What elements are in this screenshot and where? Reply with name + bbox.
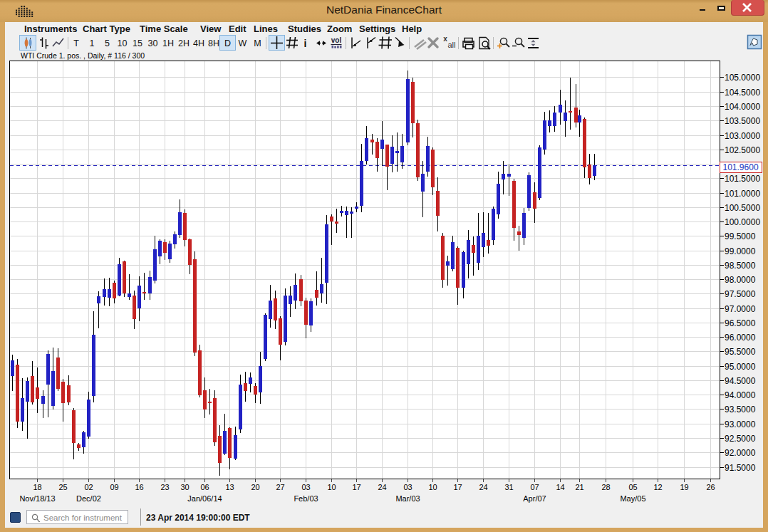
svg-text:Nov/18/13: Nov/18/13 — [19, 494, 55, 503]
svg-text:W: W — [239, 38, 247, 48]
svg-text:104.5000: 104.5000 — [725, 88, 760, 98]
svg-text:30: 30 — [180, 483, 189, 491]
svg-text:105.0000: 105.0000 — [725, 73, 760, 83]
svg-text:M: M — [254, 38, 261, 48]
svg-text:14: 14 — [556, 483, 564, 491]
svg-text:28: 28 — [601, 483, 610, 491]
svg-text:27: 27 — [276, 483, 284, 491]
svg-text:all: all — [447, 41, 455, 49]
svg-text:103.0000: 103.0000 — [725, 131, 760, 141]
svg-text:23: 23 — [160, 483, 169, 491]
svg-text:10: 10 — [428, 483, 437, 491]
svg-text:30: 30 — [148, 38, 158, 48]
svg-text:93.0000: 93.0000 — [725, 419, 756, 429]
svg-text:101.5000: 101.5000 — [725, 174, 760, 184]
svg-text:T: T — [73, 38, 79, 48]
svg-text:101.0000: 101.0000 — [725, 189, 760, 199]
svg-text:1H: 1H — [162, 38, 174, 48]
svg-text:96.0000: 96.0000 — [725, 333, 756, 343]
svg-text:94.5000: 94.5000 — [725, 376, 756, 386]
svg-text:16: 16 — [135, 483, 143, 491]
svg-text:03: 03 — [403, 483, 412, 491]
svg-text:24: 24 — [378, 483, 386, 491]
svg-text:D: D — [224, 38, 231, 48]
svg-text:102.5000: 102.5000 — [725, 145, 760, 155]
svg-text:97.0000: 97.0000 — [725, 304, 756, 314]
svg-text:101.9600: 101.9600 — [723, 162, 759, 172]
svg-text:91.5000: 91.5000 — [725, 463, 756, 473]
svg-text:8H: 8H — [208, 38, 219, 48]
svg-text:03: 03 — [301, 483, 310, 491]
svg-text:May/05: May/05 — [620, 494, 645, 503]
svg-text:31: 31 — [504, 483, 513, 491]
svg-text:Mar/03: Mar/03 — [395, 494, 420, 503]
svg-text:96.5000: 96.5000 — [725, 318, 756, 328]
svg-text:5: 5 — [105, 38, 110, 48]
svg-text:x: x — [443, 35, 447, 43]
svg-text:02: 02 — [84, 483, 93, 491]
svg-text:19: 19 — [680, 483, 688, 491]
svg-text:10: 10 — [327, 483, 336, 491]
svg-text:15: 15 — [133, 38, 142, 48]
svg-text:09: 09 — [110, 483, 118, 491]
svg-text:98.0000: 98.0000 — [725, 275, 756, 285]
svg-text:18: 18 — [33, 483, 41, 491]
svg-text:vol: vol — [331, 36, 342, 44]
svg-text:92.5000: 92.5000 — [725, 434, 756, 444]
svg-text:13: 13 — [225, 483, 234, 491]
svg-text:100.5000: 100.5000 — [725, 203, 760, 213]
svg-text:Dec/02: Dec/02 — [76, 494, 101, 503]
svg-text:06: 06 — [200, 483, 209, 491]
svg-text:2H: 2H — [178, 38, 190, 48]
svg-text:25: 25 — [58, 483, 67, 491]
svg-text:12: 12 — [653, 483, 662, 491]
svg-text:99.0000: 99.0000 — [725, 246, 756, 256]
svg-text:1: 1 — [90, 38, 95, 48]
svg-text:4H: 4H — [193, 38, 204, 48]
svg-text:97.5000: 97.5000 — [725, 289, 756, 299]
svg-text:07: 07 — [530, 483, 539, 491]
svg-text:05: 05 — [628, 483, 637, 491]
svg-text:98.5000: 98.5000 — [725, 261, 756, 271]
svg-text:21: 21 — [575, 483, 583, 491]
svg-text:103.5000: 103.5000 — [725, 116, 760, 126]
svg-text:95.0000: 95.0000 — [725, 362, 756, 372]
svg-text:i: i — [304, 38, 307, 49]
svg-text:Jan/06/14: Jan/06/14 — [187, 494, 222, 503]
svg-text:92.0000: 92.0000 — [725, 448, 756, 458]
svg-text:17: 17 — [352, 483, 360, 491]
svg-text:94.0000: 94.0000 — [725, 390, 756, 400]
svg-text:10: 10 — [118, 38, 128, 48]
svg-text:26: 26 — [706, 483, 715, 491]
svg-text:100.0000: 100.0000 — [725, 217, 760, 227]
svg-text:17: 17 — [453, 483, 462, 491]
svg-text:104.0000: 104.0000 — [725, 102, 760, 112]
svg-text:Apr/07: Apr/07 — [523, 494, 546, 503]
svg-text:20: 20 — [251, 483, 259, 491]
svg-text:24: 24 — [479, 483, 487, 491]
svg-text:99.5000: 99.5000 — [725, 231, 756, 241]
svg-text:95.5000: 95.5000 — [725, 347, 756, 357]
svg-text:93.5000: 93.5000 — [725, 405, 756, 414]
svg-text:Feb/03: Feb/03 — [294, 494, 318, 503]
